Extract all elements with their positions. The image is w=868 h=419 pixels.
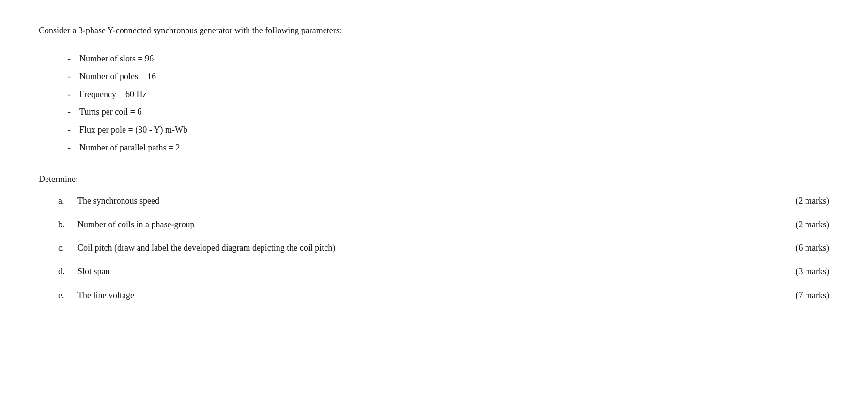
question-text: The synchronous speed [78, 194, 771, 208]
question-letter: e. [58, 288, 78, 302]
param-dash: - [68, 123, 71, 137]
question-marks: (2 marks) [771, 218, 829, 232]
param-text: Turns per coil = 6 [79, 105, 142, 119]
param-text: Number of parallel paths = 2 [79, 141, 180, 155]
question-text: Coil pitch (draw and label the developed… [78, 241, 771, 255]
param-text: Number of poles = 16 [79, 70, 156, 84]
question-marks: (7 marks) [771, 288, 829, 302]
question-text: The line voltage [78, 288, 771, 302]
question-letter: c. [58, 241, 78, 255]
intro-text: Consider a 3-phase Y-connected synchrono… [39, 24, 829, 37]
param-dash: - [68, 52, 71, 66]
question-item: c.Coil pitch (draw and label the develop… [58, 241, 829, 255]
param-text: Number of slots = 96 [79, 52, 154, 66]
param-text: Frequency = 60 Hz [79, 88, 147, 102]
questions-list: a.The synchronous speed(2 marks)b.Number… [58, 194, 829, 302]
param-item: -Frequency = 60 Hz [68, 88, 829, 102]
param-dash: - [68, 105, 71, 119]
question-letter: a. [58, 194, 78, 208]
question-letter: b. [58, 218, 78, 232]
determine-label: Determine: [39, 174, 829, 184]
param-dash: - [68, 70, 71, 84]
param-dash: - [68, 88, 71, 102]
question-text: Slot span [78, 265, 771, 279]
param-item: -Turns per coil = 6 [68, 105, 829, 119]
param-text: Flux per pole = (30 - Y) m-Wb [79, 123, 187, 137]
question-item: d.Slot span(3 marks) [58, 265, 829, 279]
question-marks: (2 marks) [771, 194, 829, 208]
question-text: Number of coils in a phase-group [78, 218, 771, 232]
param-item: -Number of slots = 96 [68, 52, 829, 66]
param-item: -Number of poles = 16 [68, 70, 829, 84]
question-item: b.Number of coils in a phase-group(2 mar… [58, 218, 829, 232]
question-item: a.The synchronous speed(2 marks) [58, 194, 829, 208]
question-letter: d. [58, 265, 78, 279]
question-marks: (6 marks) [771, 241, 829, 255]
param-item: -Number of parallel paths = 2 [68, 141, 829, 155]
param-dash: - [68, 141, 71, 155]
parameters-list: -Number of slots = 96-Number of poles = … [68, 52, 829, 155]
question-item: e.The line voltage(7 marks) [58, 288, 829, 302]
param-item: -Flux per pole = (30 - Y) m-Wb [68, 123, 829, 137]
question-marks: (3 marks) [771, 265, 829, 279]
